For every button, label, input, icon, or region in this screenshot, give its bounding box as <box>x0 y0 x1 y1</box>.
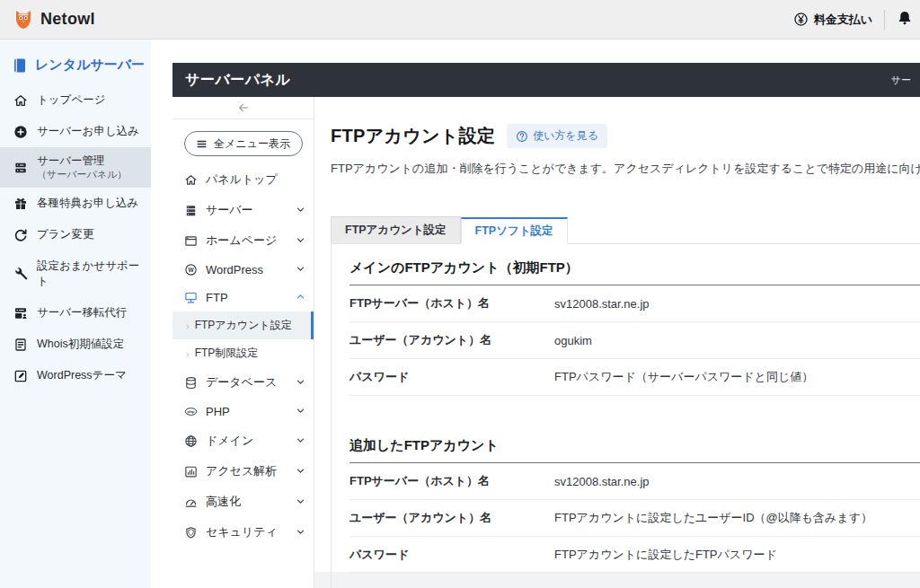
top-bar: Netowl 料金支払い <box>0 0 920 39</box>
panel-content: FTPアカウント設定 使い方を見る FTPアカウントの追加・削除を行うことができ… <box>314 97 920 588</box>
app-sidebar: レンタルサーバー トップページ サーバーお申し込み サーバー管理 （サーバーパネ… <box>0 39 151 588</box>
server-move-icon <box>13 306 28 320</box>
menu-item-label: サーバー <box>206 202 253 218</box>
all-menu-button[interactable]: 全メニュー表示 <box>184 131 303 156</box>
sidebar-item-label: プラン変更 <box>37 227 93 242</box>
tab-bar: FTPアカウント設定 FTPソフト設定 <box>331 216 920 244</box>
plus-circle-icon <box>13 125 28 139</box>
payment-link[interactable]: 料金支払い <box>793 12 872 28</box>
menu-item-label: FTP <box>206 291 228 304</box>
arrow-left-icon <box>237 101 250 114</box>
topbar-divider <box>884 10 885 30</box>
menu-item-security[interactable]: セキュリティ <box>172 517 314 548</box>
menu-item-label: ドメイン <box>206 433 253 449</box>
menu-item-homepage[interactable]: ホームページ <box>172 225 314 256</box>
wrench-icon <box>13 267 28 281</box>
page-description: FTPアカウントの追加・削除を行うことができます。アクセスディレクトリを設定する… <box>331 161 920 177</box>
menu-item-label: データベース <box>206 374 277 391</box>
sidebar-item-label: WordPressテーマ <box>37 368 127 383</box>
browser-icon <box>184 234 198 248</box>
panel-header-right-text: サー <box>891 74 911 87</box>
sidebar-item-plan-change[interactable]: プラン変更 <box>0 219 151 250</box>
sidebar-item-server-migration[interactable]: サーバー移転代行 <box>0 297 151 329</box>
globe-icon <box>184 434 198 448</box>
section-heading: メインのFTPアカウント（初期FTP） <box>349 244 920 285</box>
panel-title: サーバーパネル <box>185 71 290 90</box>
sidebar-item-setup-support[interactable]: 設定おまかせサポート <box>0 250 151 297</box>
sidebar-item-label: Whois初期値設定 <box>37 337 124 352</box>
menu-item-access-analytics[interactable]: アクセス解析 <box>172 456 314 487</box>
field-value: FTPアカウントに設定したFTPパスワード <box>554 547 777 563</box>
menu-item-server[interactable]: サーバー <box>172 195 314 225</box>
menu-item-panel-top[interactable]: パネルトップ <box>172 164 314 195</box>
shield-icon <box>184 526 198 540</box>
sidebar-item-top-page[interactable]: トップページ <box>0 84 151 116</box>
sidebar-item-whois-default[interactable]: Whois初期値設定 <box>0 329 151 360</box>
chevron-right-icon: › <box>186 348 190 359</box>
refresh-icon <box>13 228 28 242</box>
notification-bell-button[interactable] <box>897 10 913 30</box>
menu-item-label: アクセス解析 <box>206 463 277 479</box>
menu-item-database[interactable]: データベース <box>172 367 314 398</box>
sidebar-item-label: サーバー管理 <box>37 154 127 169</box>
bell-icon <box>897 10 913 26</box>
chevron-down-icon <box>296 263 305 276</box>
brand-name: Netowl <box>40 10 95 29</box>
menu-item-wordpress[interactable]: WordPress <box>172 256 314 284</box>
menu-item-label: WordPress <box>206 263 263 276</box>
section-added-ftp-accounts: 追加したFTPアカウント FTPサーバー（ホスト）名 sv12008.star.… <box>349 422 920 574</box>
book-icon <box>12 57 28 74</box>
field-row: FTPサーバー（ホスト）名 sv12008.star.ne.jp <box>349 285 920 322</box>
chevron-down-icon <box>296 526 305 540</box>
tab-ftp-account-settings[interactable]: FTPアカウント設定 <box>331 216 461 243</box>
field-value: sv12008.star.ne.jp <box>554 297 650 311</box>
panel-menu: 全メニュー表示 パネルトップ サーバー ホームページ WordPress <box>172 97 314 588</box>
chevron-down-icon <box>296 376 305 390</box>
field-row: パスワード FTPパスワード（サーバーパスワードと同じ値） <box>349 359 920 396</box>
menu-item-label: パネルトップ <box>206 171 278 188</box>
menu-item-label: ホームページ <box>206 233 277 249</box>
menu-item-php[interactable]: PHP <box>172 398 314 426</box>
home-icon <box>13 93 28 108</box>
gauge-icon <box>184 496 198 509</box>
sidebar-item-server-apply[interactable]: サーバーお申し込み <box>0 116 151 147</box>
field-row: パスワード FTPアカウントに設定したFTPパスワード <box>349 537 920 574</box>
field-label: パスワード <box>349 547 554 563</box>
chevron-down-icon <box>296 465 305 478</box>
netowl-logo[interactable]: Netowl <box>0 9 95 31</box>
submenu-item-label: FTP制限設定 <box>195 346 259 361</box>
chevron-down-icon <box>296 434 305 448</box>
menu-item-speedup[interactable]: 高速化 <box>172 487 314 517</box>
submenu-item-ftp-restriction-settings[interactable]: › FTP制限設定 <box>172 339 314 367</box>
all-menu-label: 全メニュー表示 <box>214 136 290 152</box>
help-link[interactable]: 使い方を見る <box>507 124 607 148</box>
chart-icon <box>184 465 198 478</box>
field-label: パスワード <box>349 369 554 385</box>
submenu-item-ftp-account-settings[interactable]: › FTPアカウント設定 <box>172 312 314 339</box>
field-row: ユーザー（アカウント）名 FTPアカウントに設定したユーザーID（@以降も含みま… <box>349 500 920 537</box>
field-row: FTPサーバー（ホスト）名 sv12008.star.ne.jp <box>349 463 920 500</box>
server-icon <box>13 161 28 175</box>
menu-item-domain[interactable]: ドメイン <box>172 426 314 456</box>
field-label: FTPサーバー（ホスト）名 <box>349 295 554 312</box>
field-label: ユーザー（アカウント）名 <box>349 332 554 348</box>
sidebar-item-benefits-apply[interactable]: 各種特典お申し込み <box>0 188 151 219</box>
section-main-ftp-account: メインのFTPアカウント（初期FTP） FTPサーバー（ホスト）名 sv1200… <box>349 244 920 396</box>
tab-ftp-software-settings[interactable]: FTPソフト設定 <box>461 217 568 244</box>
chevron-up-icon <box>296 291 305 304</box>
field-value: sv12008.star.ne.jp <box>554 475 650 488</box>
sidebar-title-rental-server[interactable]: レンタルサーバー <box>0 39 151 84</box>
sidebar-item-wordpress-theme[interactable]: WordPressテーマ <box>0 360 151 391</box>
submenu-item-label: FTPアカウント設定 <box>195 318 292 333</box>
sidebar-item-server-management[interactable]: サーバー管理 （サーバーパネル） <box>0 147 151 188</box>
gift-icon <box>13 197 28 211</box>
question-circle-icon <box>516 130 528 143</box>
menu-item-ftp[interactable]: FTP <box>172 284 314 312</box>
help-link-label: 使い方を見る <box>533 128 598 144</box>
owl-icon <box>13 9 34 31</box>
tab-label: FTPソフト設定 <box>475 224 553 239</box>
menu-collapse-button[interactable] <box>172 97 314 119</box>
field-label: FTPサーバー（ホスト）名 <box>349 473 554 489</box>
home-outline-icon <box>184 173 198 187</box>
chevron-right-icon: › <box>186 320 190 331</box>
